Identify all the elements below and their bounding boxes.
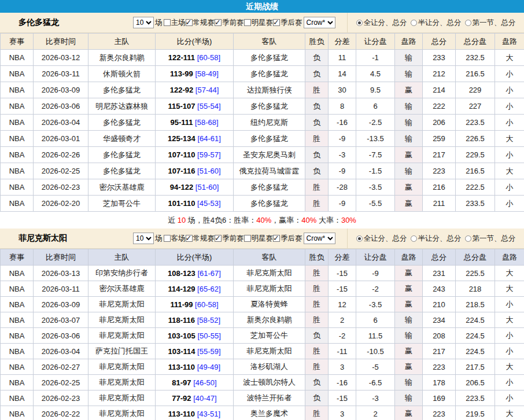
allstar-games-checkbox-icon[interactable]: [244, 235, 251, 242]
playoffs-checkbox-icon[interactable]: [273, 235, 280, 242]
summary-line: 近 10 场，胜4负6：胜率：40%，赢率：40% 大率：30%: [0, 212, 524, 229]
checkbox-allstar-games[interactable]: 明星赛: [244, 234, 274, 244]
cell-total-points: 214: [423, 82, 456, 98]
cell-over-under: 大: [495, 131, 524, 147]
cell-win-loss: 负: [305, 66, 329, 82]
score-halftime: [58-52]: [197, 316, 220, 325]
radio-first-quarter-total[interactable]: 第一节、总分: [465, 18, 516, 28]
score-halftime: [43-51]: [197, 410, 220, 418]
half-handicap-total-radio-icon[interactable]: [411, 235, 417, 242]
cell-win-loss: 胜: [305, 281, 329, 297]
cell-league: NBA: [1, 266, 34, 281]
checkbox-home-games[interactable]: 主场: [164, 18, 186, 28]
cell-point-diff: -28: [329, 179, 356, 196]
cell-home-team: 芝加哥公牛: [88, 196, 156, 212]
cell-over-under: 小: [495, 344, 524, 359]
cell-home-team: 菲尼克斯太阳: [88, 359, 156, 375]
first-quarter-total-radio-icon[interactable]: [465, 20, 471, 26]
cell-league: NBA: [1, 375, 34, 390]
allstar-games-checkbox-icon[interactable]: [244, 19, 251, 26]
half-handicap-total-radio-icon[interactable]: [411, 20, 417, 26]
radio-half-handicap-total[interactable]: 半让分、总分: [411, 18, 462, 28]
results-table: 赛事比赛时间主队比分(半场)客队胜负分差让分盘盘路总分总分盘盘路NBA2026-…: [0, 249, 524, 420]
score-halftime: [60-58]: [197, 53, 220, 62]
cell-date: 2026-02-20: [34, 196, 88, 212]
summary-segment: 40%: [256, 216, 271, 224]
checkbox-away-games[interactable]: 客场: [164, 234, 186, 244]
cell-away-team: 波士顿凯尔特人: [234, 375, 305, 390]
checkbox-preseason[interactable]: 季前赛: [215, 18, 244, 28]
summary-segment: 10: [178, 216, 186, 224]
score-final: 113-99: [170, 69, 193, 78]
cell-home-team: 菲尼克斯太阳: [88, 297, 156, 312]
checkbox-playoffs[interactable]: 季后赛: [273, 234, 302, 244]
odds-company-select[interactable]: Crow*: [304, 233, 335, 244]
table-row: NBA2026-02-22菲尼克斯太阳113-110 [43-51]奥兰多魔术胜…: [1, 406, 524, 420]
cell-score: 103-105 [50-55]: [156, 328, 234, 344]
cell-handicap-result: 输: [395, 163, 423, 179]
radio-first-quarter-total[interactable]: 第一节、总分: [465, 234, 516, 244]
cell-handicap-result: 输: [395, 66, 423, 82]
regular-season-checkbox-icon[interactable]: [186, 235, 193, 242]
checkbox-regular-season[interactable]: 常规赛: [186, 18, 215, 28]
cell-total-line: 226.5: [456, 131, 495, 147]
radio-half-handicap-total[interactable]: 半让分、总分: [411, 234, 462, 244]
playoffs-checkbox-icon[interactable]: [273, 19, 280, 26]
score-final: 122-92: [170, 86, 193, 94]
full-handicap-total-radio-icon[interactable]: [356, 235, 363, 242]
cell-point-diff: 11: [329, 50, 356, 66]
cell-league: NBA: [1, 281, 34, 297]
header-row: 赛事比赛时间主队比分(半场)客队胜负分差让分盘盘路总分总分盘盘路: [1, 34, 524, 50]
away-games-checkbox-icon[interactable]: [164, 235, 171, 242]
table-row: NBA2026-03-06明尼苏达森林狼115-107 [55-54]多伦多猛龙…: [1, 98, 524, 115]
games-count-select[interactable]: 10: [133, 233, 154, 244]
table-row: NBA2026-03-04萨克拉门托国王103-114 [55-59]菲尼克斯太…: [1, 344, 524, 359]
cell-handicap-result: 赢: [395, 344, 423, 359]
checkbox-playoffs[interactable]: 季后赛: [273, 18, 302, 28]
cell-point-diff: -15: [329, 266, 356, 281]
score-halftime: [55-54]: [197, 102, 220, 110]
score-final: 103-114: [168, 347, 195, 356]
cell-handicap-result: 输: [395, 98, 423, 115]
cell-home-team: 菲尼克斯太阳: [88, 375, 156, 390]
column-header: 胜负: [305, 34, 329, 50]
cell-total-line: 223.5: [456, 390, 495, 406]
column-header: 分差: [329, 249, 356, 266]
checkbox-preseason[interactable]: 季前赛: [215, 234, 244, 244]
score-final: 107-116: [168, 167, 195, 175]
cell-score: 115-107 [55-54]: [156, 98, 234, 115]
preseason-checkbox-icon[interactable]: [215, 235, 222, 242]
preseason-checkbox-icon[interactable]: [215, 19, 222, 26]
games-count-select[interactable]: 10: [133, 17, 154, 28]
cell-total-points: 216: [423, 179, 456, 196]
regular-season-checkbox-icon[interactable]: [186, 19, 193, 26]
table-row: NBA2026-02-23密尔沃基雄鹿94-122 [51-60]多伦多猛龙胜-…: [1, 179, 524, 196]
first-quarter-total-radio-icon[interactable]: [465, 235, 471, 242]
cell-away-team: 多伦多猛龙: [234, 66, 305, 82]
cell-over-under: 大: [495, 312, 524, 328]
column-header: 客队: [234, 34, 305, 50]
cell-away-team: 菲尼克斯太阳: [234, 281, 305, 297]
cell-away-team: 波特兰开拓者: [234, 390, 305, 406]
cell-handicap: -9: [356, 266, 395, 281]
filter-controls: 菲尼克斯太阳 10 场 客场常规赛季前赛明星赛季后赛 Crow*: [0, 229, 347, 248]
score-final: 115-107: [168, 102, 195, 110]
cell-handicap: -5: [356, 359, 395, 375]
cell-total-points: 217: [423, 147, 456, 163]
checkbox-regular-season[interactable]: 常规赛: [186, 234, 215, 244]
full-handicap-total-radio-icon[interactable]: [356, 20, 363, 26]
cell-total-points: 234: [423, 312, 456, 328]
home-games-checkbox-icon[interactable]: [164, 19, 171, 26]
odds-company-select[interactable]: Crow*: [304, 17, 335, 28]
cell-point-diff: -2: [329, 328, 356, 344]
first-quarter-total-label: 第一节、总分: [473, 234, 516, 244]
radio-full-handicap-total[interactable]: 全让分、总分: [356, 18, 407, 28]
cell-league: NBA: [1, 131, 34, 147]
checkbox-allstar-games[interactable]: 明星赛: [244, 18, 274, 28]
first-quarter-total-label: 第一节、总分: [473, 18, 516, 28]
column-header: 比分(半场): [156, 249, 234, 266]
cell-total-line: 217.5: [456, 359, 495, 375]
summary-segment: 场，胜4负6：胜率：: [186, 216, 256, 224]
cell-total-points: 206: [423, 115, 456, 131]
radio-full-handicap-total[interactable]: 全让分、总分: [356, 234, 407, 244]
